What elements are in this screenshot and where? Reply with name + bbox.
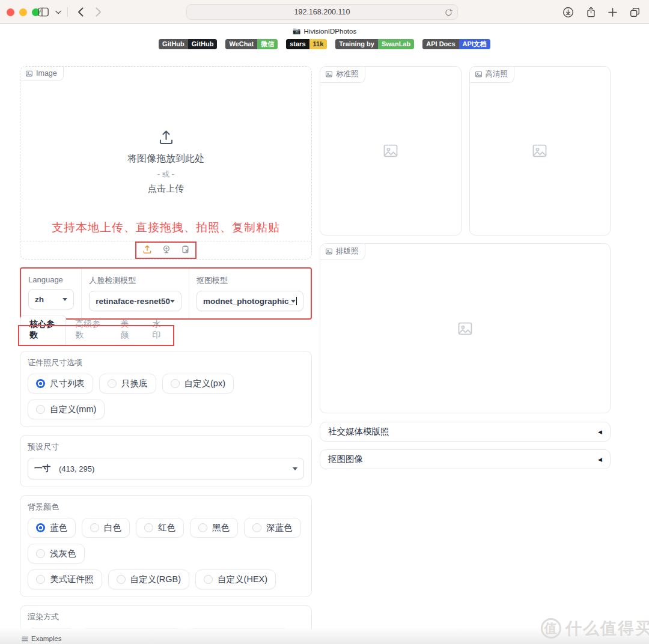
radio-icon xyxy=(36,405,45,414)
address-bar[interactable]: 192.168.200.110 xyxy=(186,4,458,20)
preset-size-group: 预设尺寸 一寸 (413, 295) xyxy=(20,435,312,487)
upload-icon xyxy=(158,129,174,145)
radio-size-list[interactable]: 尺寸列表 xyxy=(28,374,93,393)
badge-stars[interactable]: stars 11k xyxy=(286,39,327,49)
new-tab-icon[interactable] xyxy=(608,8,617,17)
radio-label: 自定义(mm) xyxy=(50,404,96,415)
radio-bg-lightgray[interactable]: 浅灰色 xyxy=(28,544,85,564)
language-selector-col: Language zh xyxy=(21,269,82,318)
examples-label: Examples xyxy=(31,635,62,642)
matting-model-dropdown[interactable]: modnet_photographic_ xyxy=(197,291,303,311)
list-icon xyxy=(22,636,28,642)
render-mode-label: 渲染方式 xyxy=(28,612,304,622)
badge-value: API文档 xyxy=(459,39,490,49)
radio-icon xyxy=(36,379,45,388)
radio-label: 尺寸列表 xyxy=(50,378,85,389)
examples-header[interactable]: Examples xyxy=(22,635,62,642)
radio-icon xyxy=(108,379,117,388)
radio-bg-custom-rgb[interactable]: 自定义(RGB) xyxy=(108,570,190,589)
image-label-text: Image xyxy=(36,69,57,77)
or-text: - 或 - xyxy=(157,169,174,180)
radio-bg-american[interactable]: 美式证件照 xyxy=(28,570,102,589)
parameter-tabs-wrap: 核心参数 高级参数 美颜 水印 xyxy=(20,327,312,345)
standard-photo-label-text: 标准照 xyxy=(336,69,359,79)
preset-size-dropdown[interactable]: 一寸 (413, 295) xyxy=(28,458,304,479)
output-column: 标准照 高清照 排版照 xyxy=(320,66,611,469)
radio-icon xyxy=(36,549,45,558)
face-model-dropdown[interactable]: retinaface-resnet50 xyxy=(89,291,181,311)
watermark-circle-glyph: 值 xyxy=(541,618,561,639)
standard-photo-panel: 标准照 xyxy=(320,66,462,235)
accordion-collapsed-arrow-icon: ◀ xyxy=(598,429,602,435)
image-upload-dropzone[interactable]: Image 将图像拖放到此处 - 或 - 点击上传 支持本地上传、直接拖拽、拍照… xyxy=(20,66,312,260)
badge-api-docs[interactable]: API Docs API文档 xyxy=(422,39,490,49)
minimize-window-button[interactable] xyxy=(19,8,27,16)
image-block-label: Image xyxy=(20,67,64,81)
radio-icon xyxy=(144,523,153,532)
tab-overview-icon[interactable] xyxy=(629,7,641,18)
radio-bg-red[interactable]: 红色 xyxy=(136,518,184,538)
close-window-button[interactable] xyxy=(7,8,14,16)
badge-github[interactable]: GitHub GitHub xyxy=(159,39,217,49)
chevron-down-icon xyxy=(291,300,296,303)
language-label: Language xyxy=(28,275,74,284)
radio-bg-white[interactable]: 白色 xyxy=(82,518,130,538)
click-upload-text[interactable]: 点击上传 xyxy=(148,183,184,195)
watermark-text: 什么值得买 xyxy=(565,618,649,639)
radio-label: 深蓝色 xyxy=(266,522,293,533)
badge-swanlab[interactable]: Training by SwanLab xyxy=(335,39,414,49)
language-value: zh xyxy=(35,295,44,304)
radio-bg-blue[interactable]: 蓝色 xyxy=(28,518,76,538)
traffic-lights xyxy=(7,8,40,16)
sidebar-toggle-icon[interactable] xyxy=(37,7,49,17)
size-mode-group: 证件照尺寸选项 尺寸列表 只换底 自定义(px) xyxy=(20,351,312,427)
radio-custom-px[interactable]: 自定义(px) xyxy=(162,374,234,393)
language-dropdown[interactable]: zh xyxy=(28,289,74,309)
radio-icon xyxy=(90,523,99,532)
standard-photo-label: 标准照 xyxy=(320,67,365,83)
web-page: 📷 HivisionIDPhotos GitHub GitHub WeChat … xyxy=(0,25,649,644)
sidebar-chevron-down-icon[interactable] xyxy=(55,10,61,14)
badges-row: GitHub GitHub WeChat 微信 stars 11k Traini… xyxy=(0,39,649,49)
radio-label: 浅灰色 xyxy=(50,548,76,559)
badge-value: 11k xyxy=(309,39,328,49)
upload-area[interactable]: 将图像拖放到此处 - 或 - 点击上传 支持本地上传、直接拖拽、拍照、复制粘贴 xyxy=(20,67,311,241)
input-column: Image 将图像拖放到此处 - 或 - 点击上传 支持本地上传、直接拖拽、拍照… xyxy=(20,66,312,644)
radio-label: 美式证件照 xyxy=(50,574,94,585)
accordion-matting-image[interactable]: 抠图图像 ◀ xyxy=(320,449,611,469)
accordion-collapsed-arrow-icon: ◀ xyxy=(598,457,602,463)
accordion-social-template[interactable]: 社交媒体模版照 ◀ xyxy=(320,422,611,442)
radio-bg-black[interactable]: 黑色 xyxy=(190,518,238,538)
chevron-down-icon xyxy=(293,467,297,470)
radio-icon xyxy=(36,575,45,584)
radio-custom-mm[interactable]: 自定义(mm) xyxy=(28,399,105,419)
share-icon[interactable] xyxy=(586,6,596,18)
downloads-icon[interactable] xyxy=(562,7,574,18)
accordion-label: 社交媒体模版照 xyxy=(328,426,389,437)
radio-label: 自定义(RGB) xyxy=(130,574,181,585)
radio-icon xyxy=(117,575,126,584)
upload-support-hint: 支持本地上传、直接拖拽、拍照、复制粘贴 xyxy=(52,220,280,235)
badge-wechat[interactable]: WeChat 微信 xyxy=(225,39,278,49)
badge-label: Training by xyxy=(335,39,378,49)
preset-size-value: 一寸 xyxy=(34,463,50,474)
radio-icon xyxy=(252,523,261,532)
page-title-row: 📷 HivisionIDPhotos xyxy=(0,27,649,35)
radio-bg-custom-hex[interactable]: 自定义(HEX) xyxy=(195,570,276,589)
face-model-label: 人脸检测模型 xyxy=(89,275,181,286)
face-model-value: retinaface-resnet50 xyxy=(96,297,170,306)
toolbar-divider xyxy=(67,7,68,17)
radio-label: 黑色 xyxy=(212,522,230,533)
reload-icon[interactable] xyxy=(445,8,452,17)
radio-bg-darkblue[interactable]: 深蓝色 xyxy=(244,518,301,538)
forward-button[interactable] xyxy=(96,7,102,17)
back-button[interactable] xyxy=(78,7,84,17)
badge-label: WeChat xyxy=(225,39,257,49)
matting-model-col: 抠图模型 modnet_photographic_ xyxy=(189,269,311,318)
annotation-box-tabs xyxy=(18,325,174,346)
layout-photo-label-text: 排版照 xyxy=(336,246,359,257)
page-title: HivisionIDPhotos xyxy=(304,28,357,35)
radio-label: 红色 xyxy=(158,522,175,533)
radio-change-bg-only[interactable]: 只换底 xyxy=(99,374,156,393)
layout-photo-panel: 排版照 xyxy=(320,243,611,413)
